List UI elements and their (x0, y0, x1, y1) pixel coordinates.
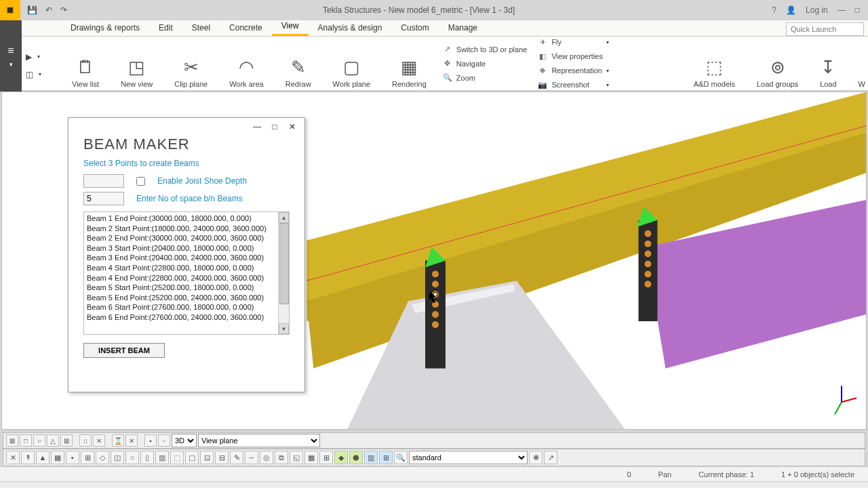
t22-icon[interactable]: ⊞ (319, 451, 333, 464)
scrollbar[interactable]: ▲ ▼ (278, 212, 289, 334)
t17-icon[interactable]: ↔ (245, 451, 258, 464)
maximize-button[interactable]: □ (268, 121, 281, 132)
cube-small-icon[interactable]: ◫ (26, 70, 33, 79)
scroll-down-icon[interactable]: ▼ (279, 323, 289, 334)
zoom-button[interactable]: 🔍Zoom (443, 71, 528, 84)
tab-edit[interactable]: Edit (149, 20, 182, 36)
tab-view[interactable]: View (272, 18, 309, 36)
t8-icon[interactable]: ◫ (111, 451, 124, 464)
clip-plane-button[interactable]: ✂Clip plane (163, 37, 218, 91)
t7-icon[interactable]: ◇ (96, 451, 109, 464)
m5-icon[interactable]: ▪ (144, 434, 157, 447)
undo-icon[interactable]: ↶ (45, 5, 52, 15)
pointer-icon[interactable]: ▶ (26, 52, 32, 62)
t16-icon[interactable]: ✎ (230, 451, 243, 464)
list-item[interactable]: Beam 6 End Point:(27600.000, 24000.000, … (87, 312, 286, 323)
shape-x2-icon[interactable]: ⊠ (60, 434, 73, 447)
tab-analysis[interactable]: Analysis & design (309, 20, 392, 36)
navigate-button[interactable]: ✥Navigate (443, 57, 528, 70)
t24-icon[interactable]: ⬣ (349, 451, 363, 464)
t18-icon[interactable]: ◎ (260, 451, 273, 464)
t3-icon[interactable]: ▲ (36, 451, 50, 464)
t15-icon[interactable]: ⊟ (215, 451, 229, 464)
screenshot-button[interactable]: 📷Screenshot▾ (538, 79, 609, 92)
list-item[interactable]: Beam 1 End Point:(30000.000, 18000.000, … (87, 214, 286, 224)
viewplane-select[interactable]: View plane (198, 434, 320, 447)
representation-button[interactable]: ❖Representation▾ (538, 64, 609, 77)
t23-icon[interactable]: ◆ (334, 451, 348, 464)
t20-icon[interactable]: ◱ (290, 451, 303, 464)
t19-icon[interactable]: ⧉ (275, 451, 288, 464)
ad-models-button[interactable]: ⬚A&D models (683, 37, 746, 91)
quick-launch-input[interactable] (786, 22, 864, 36)
joist-checkbox[interactable] (136, 177, 145, 186)
maximize-icon[interactable]: □ (855, 5, 860, 15)
w-button[interactable]: W (848, 37, 868, 91)
list-item[interactable]: Beam 4 Start Point:(22800.000, 18000.000… (87, 263, 286, 273)
t9-icon[interactable]: ○ (125, 451, 139, 464)
t11-icon[interactable]: ▥ (155, 451, 169, 464)
t6-icon[interactable]: ⊞ (81, 451, 94, 464)
help-icon[interactable]: ? (772, 5, 776, 15)
m2-icon[interactable]: ✕ (93, 434, 105, 447)
m6-icon[interactable]: ▫ (158, 434, 170, 447)
m3-icon[interactable]: ⌛ (112, 434, 124, 447)
tab-manage[interactable]: Manage (439, 20, 487, 36)
t25-icon[interactable]: ▥ (364, 451, 378, 464)
login-link[interactable]: Log in (806, 5, 828, 15)
work-plane-button[interactable]: ▢Work plane (322, 37, 381, 91)
tab-custom[interactable]: Custom (391, 20, 438, 36)
minimize-button[interactable]: — (250, 121, 264, 132)
shape-tri-icon[interactable]: △ (47, 434, 59, 447)
list-item[interactable]: Beam 5 End Point:(25200.000, 24000.000, … (87, 293, 286, 303)
t12-icon[interactable]: ⬚ (170, 451, 184, 464)
t1-icon[interactable]: ✕ (6, 451, 20, 464)
minimize-icon[interactable]: — (837, 5, 846, 15)
t26-icon[interactable]: ⊞ (379, 451, 393, 464)
t5-icon[interactable]: ▪ (66, 451, 79, 464)
close-button[interactable]: ✕ (285, 121, 299, 132)
t2-icon[interactable]: ↟ (21, 451, 35, 464)
t13-icon[interactable]: ▢ (185, 451, 199, 464)
t14-icon[interactable]: ⊡ (200, 451, 214, 464)
m1-icon[interactable]: ⎍ (79, 434, 92, 447)
scroll-up-icon[interactable]: ▲ (279, 212, 289, 223)
load-button[interactable]: ↧Load (809, 37, 847, 91)
switch-3d-button[interactable]: ↗Switch to 3D or plane (443, 43, 528, 56)
redo-icon[interactable]: ↷ (60, 5, 67, 15)
t4-icon[interactable]: ▦ (51, 451, 64, 464)
user-icon[interactable]: 👤 (786, 5, 796, 15)
standard-select[interactable]: standard (409, 451, 528, 464)
view-list-button[interactable]: 🗒View list (61, 37, 110, 91)
new-view-button[interactable]: ◳New view (110, 37, 163, 91)
t28-icon[interactable]: ❋ (529, 451, 542, 464)
work-area-button[interactable]: ◠Work area (218, 37, 275, 91)
redraw-button[interactable]: ✎Redraw (275, 37, 322, 91)
3d-select[interactable]: 3D (172, 434, 197, 447)
shape-x-icon[interactable]: ⊠ (6, 434, 18, 447)
scroll-thumb[interactable] (279, 223, 289, 304)
rendering-button[interactable]: ▦Rendering (381, 37, 437, 91)
t21-icon[interactable]: ▩ (304, 451, 318, 464)
list-item[interactable]: Beam 6 Start Point:(27600.000, 18000.000… (87, 302, 286, 312)
list-item[interactable]: Beam 4 End Point:(22800.000, 24000.000, … (87, 273, 286, 283)
t10-icon[interactable]: ▯ (140, 451, 154, 464)
tab-drawings[interactable]: Drawings & reports (61, 20, 149, 36)
hamburger-menu[interactable]: ≡▾ (0, 20, 22, 92)
list-item[interactable]: Beam 3 Start Point:(20400.000, 18000.000… (87, 243, 286, 253)
save-icon[interactable]: 💾 (27, 5, 37, 15)
t27-icon[interactable]: 🔍 (394, 451, 408, 464)
m4-icon[interactable]: ✕ (125, 434, 138, 447)
list-item[interactable]: Beam 5 Start Point:(25200.000, 18000.000… (87, 283, 286, 293)
fly-button[interactable]: ✈Fly▾ (538, 36, 609, 49)
list-item[interactable]: Beam 2 Start Point:(18000.000, 24000.000… (87, 224, 286, 234)
t29-icon[interactable]: ↗ (544, 451, 557, 464)
list-item[interactable]: Beam 3 End Point:(20400.000, 24000.000, … (87, 253, 286, 263)
depth-input[interactable] (83, 174, 124, 188)
shape-circle-icon[interactable]: ○ (33, 434, 45, 447)
list-item[interactable]: Beam 2 End Point:(30000.000, 24000.000, … (87, 233, 286, 243)
spaces-input[interactable] (83, 192, 124, 205)
tab-concrete[interactable]: Concrete (220, 20, 272, 36)
points-list[interactable]: Beam 1 End Point:(30000.000, 18000.000, … (83, 211, 290, 335)
shape-square-icon[interactable]: □ (20, 434, 32, 447)
